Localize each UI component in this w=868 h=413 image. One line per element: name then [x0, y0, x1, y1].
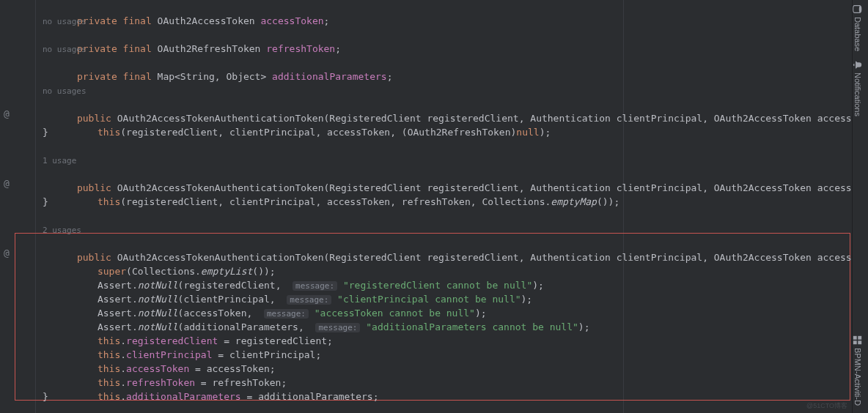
tool-database[interactable]: Database	[853, 0, 862, 56]
grid-icon	[853, 335, 862, 345]
svg-rect-3	[853, 336, 857, 340]
vcs-marker: @	[4, 248, 10, 258]
vcs-marker: @	[4, 108, 10, 119]
svg-rect-4	[853, 341, 857, 344]
bell-icon	[853, 60, 862, 70]
vcs-marker: @	[4, 178, 10, 189]
usage-hint[interactable]: no usages	[43, 86, 87, 96]
svg-rect-1	[858, 336, 861, 340]
watermark: @51CTO博客	[806, 401, 847, 411]
tool-label: Notifications	[853, 72, 862, 116]
tool-bpmn[interactable]: BPMN-Activiti-D	[853, 331, 862, 410]
tool-notifications[interactable]: Notifications	[853, 56, 862, 121]
code-editor[interactable]: @ @ @ private final OAuth2AccessToken ac…	[0, 0, 852, 413]
usage-hint[interactable]: no usages	[43, 17, 87, 26]
usage-hint[interactable]: 2 usages	[43, 226, 81, 235]
database-icon	[853, 4, 862, 14]
tool-label: BPMN-Activiti-D	[853, 348, 862, 406]
right-tool-strip[interactable]: Database Notifications BPMN-Activiti-D	[852, 0, 868, 413]
tool-label: Database	[853, 17, 862, 51]
svg-rect-2	[858, 341, 861, 344]
usage-hint[interactable]: no usages	[43, 45, 87, 54]
svg-point-0	[859, 6, 862, 13]
usage-hint[interactable]: 1 usage	[43, 156, 76, 165]
